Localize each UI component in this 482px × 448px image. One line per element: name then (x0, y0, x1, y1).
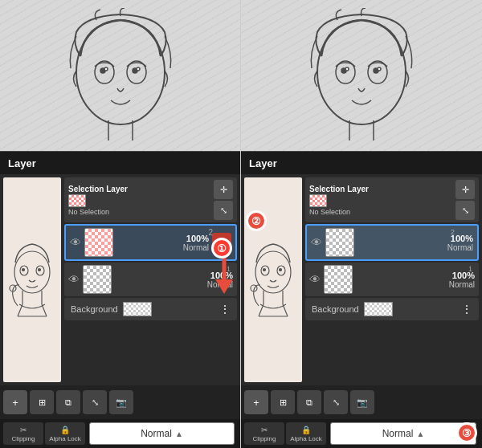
transform-icon-2[interactable]: ✛ (455, 180, 475, 199)
more-btn-p2[interactable]: ⋮ (461, 303, 472, 316)
eye-icon-layer1-p2[interactable]: 👁 (309, 273, 321, 286)
layer-thumbnail-col-2 (244, 177, 302, 382)
clipping-icon-p1: ✂ (20, 426, 27, 434)
selection-layer-thumb-1 (68, 194, 86, 207)
flip-btn-p2[interactable]: ⤡ (324, 390, 348, 414)
merge-btn-p2[interactable]: ⊞ (271, 390, 295, 414)
duplicate-btn-p1[interactable]: ⧉ (56, 390, 80, 414)
clipping-tab-p2[interactable]: ✂ Clipping (244, 422, 284, 445)
svg-point-25 (263, 268, 266, 271)
sketch-background-1 (0, 0, 240, 161)
layer-num-2-p1: 2 (208, 228, 213, 237)
bg-row-p2[interactable]: Background ⋮ (305, 298, 479, 320)
svg-point-10 (22, 268, 25, 271)
camera-btn-p2[interactable]: 📷 (350, 390, 374, 414)
no-selection-text-1: No Selection (68, 208, 128, 216)
alpha-lock-tab-p1[interactable]: 🔒 Alpha Lock (45, 422, 85, 445)
anime-thumb-2 (244, 177, 302, 382)
add-layer-btn-p2[interactable]: + (244, 390, 268, 414)
red-arrow-1 (212, 255, 236, 295)
layer-info-2-p1: 100% Normal (116, 234, 209, 252)
layers-list-2: Selection Layer No Selection ✛ ⤡ 👁 (305, 177, 479, 382)
layer-thumb-2-p1 (84, 228, 113, 257)
selection-layer-actions-2: ✛ ⤡ (455, 180, 475, 220)
layer-thumb-1-p1 (83, 265, 112, 294)
sketch-background-2 (241, 0, 482, 161)
selection-layer-title-2: Selection Layer (309, 185, 369, 193)
bottom-bar-p1: ✂ Clipping 🔒 Alpha Lock Normal ▲ (0, 419, 240, 448)
more-btn-p1[interactable]: ⋮ (219, 303, 231, 316)
layer-thumb-2-p2 (325, 228, 354, 257)
alpha-lock-tab-p2[interactable]: 🔒 Alpha Lock (286, 422, 326, 445)
layer-row-2-panel2[interactable]: 👁 2 100% Normal (305, 224, 479, 261)
layer-mode-1-p2: Normal (449, 280, 475, 289)
face-sketch-1 (56, 8, 185, 153)
selection-layer-info-2: Selection Layer No Selection (309, 185, 369, 216)
svg-point-15 (317, 20, 406, 124)
selection-layer-thumb-2 (309, 194, 327, 207)
bg-label-p1: Background (71, 304, 118, 314)
normal-dropdown-p1[interactable]: Normal ▲ (89, 422, 235, 445)
normal-dropdown-p2[interactable]: Normal ▲ (330, 422, 476, 445)
layer-num-1-p2: 1 (468, 265, 472, 273)
layer-num-2-p2: 2 (451, 228, 455, 236)
circle-indicator-2: ② (246, 210, 267, 231)
camera-btn-p1[interactable]: 📷 (109, 390, 133, 414)
svg-point-20 (345, 67, 349, 71)
svg-point-5 (104, 67, 108, 71)
layer-title-2: Layer (249, 157, 277, 169)
transform-icon-1[interactable]: ✛ (214, 180, 233, 199)
circle-indicator-1: ① (211, 238, 232, 259)
chevron-up-p2: ▲ (416, 430, 424, 438)
layer-toolbar-2: + ⊞ ⧉ ⤡ 📷 (241, 385, 482, 419)
layers-list-1: Selection Layer No Selection ✛ ⤡ 👁 (64, 177, 237, 382)
flip-btn-p1[interactable]: ⤡ (83, 390, 107, 414)
layer-row-1-panel2[interactable]: 👁 1 100% Normal (305, 263, 479, 296)
alpha-lock-label-p1: Alpha Lock (49, 435, 81, 442)
layer-info-1-p2: 100% Normal (356, 271, 475, 289)
eye-icon-layer2-p2[interactable]: 👁 (311, 236, 322, 249)
normal-label-p2: Normal (382, 428, 414, 439)
layer-content-1: Selection Layer No Selection ✛ ⤡ 👁 (0, 174, 240, 385)
circle-indicator-3: ③ (456, 422, 477, 443)
selection-layer-row-2[interactable]: Selection Layer No Selection ✛ ⤡ (305, 177, 479, 222)
layer-mode-2-p1: Normal (183, 243, 209, 252)
clipping-label-p1: Clipping (12, 435, 35, 442)
layer-content-2: Selection Layer No Selection ✛ ⤡ 👁 (241, 174, 482, 385)
svg-point-21 (378, 67, 381, 71)
add-layer-btn-p1[interactable]: + (3, 390, 27, 414)
svg-marker-14 (215, 279, 233, 294)
layer-header-2: Layer (241, 152, 482, 174)
layer-row-2-panel1[interactable]: 👁 2 100% Normal 🗑 (64, 224, 237, 261)
svg-point-7 (14, 251, 50, 293)
normal-label-p1: Normal (141, 428, 172, 439)
face-sketch-2 (297, 8, 426, 153)
main-container: Layer (0, 0, 482, 448)
selection-layer-info-1: Selection Layer No Selection (68, 185, 128, 216)
anime-thumb-1 (3, 177, 61, 382)
layer-thumbnail-col-1 (3, 177, 61, 382)
clipping-tab-p1[interactable]: ✂ Clipping (3, 422, 43, 445)
svg-point-26 (280, 268, 282, 271)
selection-layer-title-1: Selection Layer (68, 185, 128, 193)
bg-thumb-p2 (364, 302, 393, 316)
no-selection-text-2: No Selection (309, 208, 369, 216)
resize-icon-1[interactable]: ⤡ (214, 201, 233, 220)
selection-layer-row-1[interactable]: Selection Layer No Selection ✛ ⤡ (64, 177, 237, 222)
merge-btn-p1[interactable]: ⊞ (30, 390, 54, 414)
bg-row-p1[interactable]: Background ⋮ (64, 298, 237, 320)
lock-icon-p1: 🔒 (60, 426, 70, 434)
layer-mode-2-p2: Normal (447, 243, 473, 252)
bottom-bar-p2: ✂ Clipping 🔒 Alpha Lock Normal ▲ (241, 419, 482, 448)
layer-panel-2: Layer (241, 151, 482, 448)
layer-title-1: Layer (8, 157, 36, 169)
svg-point-6 (137, 67, 140, 71)
eye-icon-layer2-p1[interactable]: 👁 (70, 236, 81, 249)
layer-row-1-panel1[interactable]: 👁 1 100% Normal (64, 263, 237, 296)
bg-label-p2: Background (312, 304, 359, 314)
eye-icon-layer1-p1[interactable]: 👁 (68, 273, 80, 286)
svg-point-22 (255, 251, 291, 293)
duplicate-btn-p2[interactable]: ⧉ (297, 390, 321, 414)
svg-point-0 (76, 20, 165, 124)
resize-icon-2[interactable]: ⤡ (455, 201, 475, 220)
